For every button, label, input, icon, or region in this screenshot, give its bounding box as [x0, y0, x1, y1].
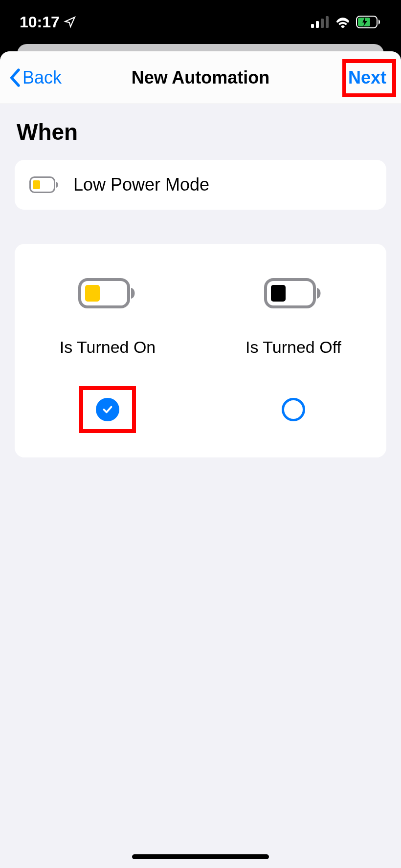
radio-wrapper-off — [265, 386, 322, 433]
section-title: When — [15, 119, 386, 145]
page-title: New Automation — [132, 67, 270, 88]
battery-low-power-on-icon — [78, 278, 137, 308]
svg-rect-11 — [271, 285, 286, 302]
annotation-highlight-radio — [79, 386, 136, 433]
wifi-icon — [334, 16, 351, 28]
svg-rect-7 — [33, 180, 40, 189]
battery-charging-icon — [356, 16, 381, 28]
option-label-on: Is Turned On — [60, 338, 156, 357]
option-turned-off[interactable]: Is Turned Off — [200, 278, 386, 433]
battery-low-power-off-icon — [264, 278, 323, 308]
radio-unselected[interactable] — [282, 398, 305, 421]
svg-rect-3 — [326, 16, 329, 28]
status-icons — [311, 16, 381, 28]
content-area: When Low Power Mode Is Turned On — [0, 104, 401, 472]
trigger-label: Low Power Mode — [73, 174, 209, 195]
navigation-bar: Back New Automation Next — [0, 51, 401, 104]
radio-selected[interactable] — [96, 398, 119, 421]
options-card: Is Turned On Is Turned Off — [15, 244, 386, 457]
location-icon — [64, 16, 76, 28]
option-turned-on[interactable]: Is Turned On — [15, 278, 200, 433]
trigger-card[interactable]: Low Power Mode — [15, 160, 386, 210]
option-label-off: Is Turned Off — [245, 338, 341, 357]
modal-sheet: Back New Automation Next When Low Power … — [0, 51, 401, 868]
status-bar: 10:17 — [0, 0, 401, 44]
chevron-left-icon — [9, 68, 21, 87]
status-time: 10:17 — [20, 13, 60, 31]
svg-rect-9 — [85, 285, 100, 302]
svg-rect-2 — [321, 19, 324, 28]
status-time-group: 10:17 — [20, 13, 76, 31]
home-indicator[interactable] — [132, 854, 269, 859]
back-label: Back — [22, 67, 62, 88]
next-button[interactable]: Next — [342, 65, 392, 91]
cellular-signal-icon — [311, 16, 330, 28]
svg-rect-0 — [311, 24, 314, 28]
svg-rect-1 — [316, 21, 319, 28]
low-power-battery-icon — [29, 176, 59, 193]
back-button[interactable]: Back — [9, 67, 62, 88]
checkmark-icon — [101, 403, 114, 416]
